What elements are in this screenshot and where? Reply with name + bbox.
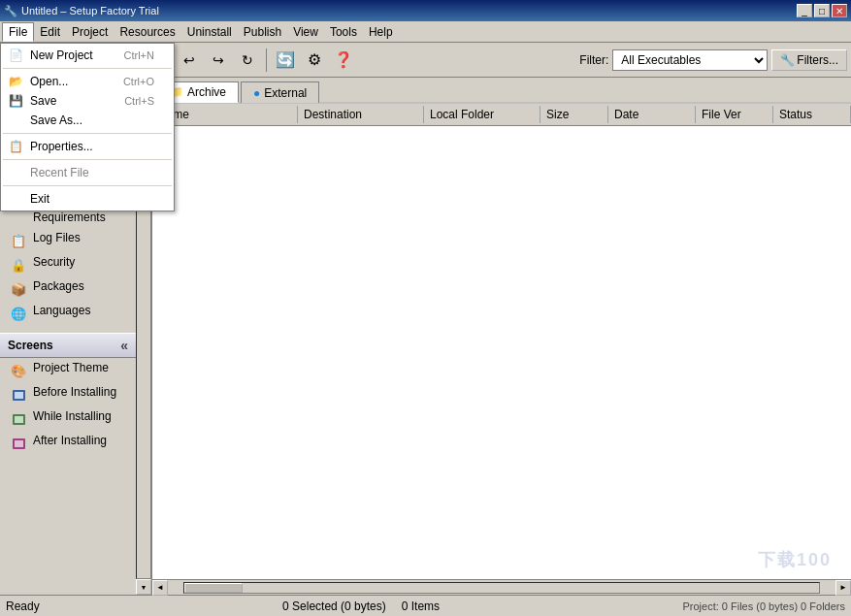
redo-icon: ↪ (213, 52, 224, 68)
th-destination[interactable]: Destination (298, 106, 424, 123)
sidebar-item-while-installing[interactable]: While Installing (0, 406, 136, 431)
separator-3 (3, 159, 172, 160)
menu-resources[interactable]: Resources (114, 23, 180, 41)
menu-tools[interactable]: Tools (324, 23, 363, 41)
undo-icon: ↩ (183, 52, 195, 68)
window-title: Untitled – Setup Factory Trial (21, 5, 159, 16)
menu-new-project[interactable]: 📄 New Project Ctrl+N (1, 46, 174, 65)
title-bar: 🔧 Untitled – Setup Factory Trial _ □ ✕ (0, 0, 851, 21)
menu-properties[interactable]: 📋 Properties... (1, 137, 174, 156)
th-file-ver[interactable]: File Ver (696, 106, 773, 123)
sidebar-item-packages[interactable]: 📦 Packages (0, 276, 136, 301)
filters-button[interactable]: 🔧 Filters... (771, 49, 847, 71)
file-dropdown: 📄 New Project Ctrl+N 📂 Open... Ctrl+O 💾 … (0, 43, 175, 211)
menu-publish[interactable]: Publish (238, 23, 287, 41)
sidebar-item-project-theme[interactable]: 🎨 Project Theme (0, 358, 136, 382)
tab-external[interactable]: ● External (241, 81, 319, 103)
exit-icon (7, 191, 24, 207)
th-size[interactable]: Size (540, 106, 608, 123)
sidebar-item-security[interactable]: 🔒 Security (0, 252, 136, 276)
security-icon: 🔒 (10, 256, 27, 274)
watermark: 下载100 (758, 548, 832, 571)
menu-save-as[interactable]: Save As... (1, 111, 174, 130)
save-icon: 💾 (7, 93, 24, 109)
menu-view[interactable]: View (287, 23, 324, 41)
menu-project[interactable]: Project (66, 23, 114, 41)
status-project-info: Project: 0 Files (0 bytes) 0 Folders (682, 600, 845, 612)
before-installing-icon (10, 386, 27, 404)
th-local-folder[interactable]: Local Folder (424, 106, 540, 123)
toolbar-separator-4 (266, 49, 267, 72)
external-tab-icon: ● (253, 86, 260, 100)
th-date[interactable]: Date (608, 106, 696, 123)
languages-icon: 🌐 (10, 305, 27, 322)
refresh-icon: 🔄 (276, 50, 295, 69)
log-files-icon: 📋 (10, 232, 27, 249)
project-theme-icon: 🎨 (10, 362, 27, 379)
help-icon: ❓ (334, 50, 353, 69)
status-selection: 0 Selected (0 bytes) (282, 600, 386, 613)
table-header: Name Destination Local Folder Size Date … (152, 104, 851, 126)
status-center: 0 Selected (0 bytes) 0 Items (282, 600, 440, 613)
menu-help[interactable]: Help (363, 23, 399, 41)
menu-bar: File Edit Project Resources Uninstall Pu… (0, 21, 851, 43)
menu-recent-file: Recent File (1, 163, 174, 182)
save-as-icon (7, 113, 24, 128)
new-project-icon: 📄 (7, 48, 24, 63)
h-scroll-right[interactable]: ► (835, 580, 851, 596)
sidebar-section-screens: Screens « (0, 333, 136, 358)
sidebar-item-before-installing[interactable]: Before Installing (0, 382, 136, 406)
after-installing-icon (10, 435, 27, 452)
toolbar-redo-button[interactable]: ↪ (205, 47, 232, 74)
status-bar: Ready 0 Selected (0 bytes) 0 Items Proje… (0, 595, 851, 616)
separator-4 (3, 185, 172, 186)
filter-select[interactable]: All Executables All Files Executables On… (612, 49, 768, 71)
maximize-button[interactable]: □ (814, 4, 830, 17)
status-items: 0 Items (402, 600, 440, 613)
recent-icon (7, 165, 24, 180)
tab-bar: 📁 Archive ● External (152, 78, 851, 104)
menu-save[interactable]: 💾 Save Ctrl+S (1, 91, 174, 111)
open-icon: 📂 (7, 74, 24, 89)
separator-1 (3, 68, 172, 69)
sidebar-item-after-installing[interactable]: After Installing (0, 431, 136, 455)
toolbar-settings-button[interactable]: ⚙ (301, 47, 328, 74)
sidebar-scroll-down[interactable]: ▼ (136, 579, 151, 595)
h-scroll-area: ◄ ► (152, 579, 851, 595)
minimize-button[interactable]: _ (797, 4, 812, 17)
menu-uninstall[interactable]: Uninstall (181, 23, 238, 41)
packages-icon: 📦 (10, 280, 27, 298)
h-scroll-left[interactable]: ◄ (152, 580, 168, 596)
properties-icon: 📋 (7, 139, 24, 154)
while-installing-icon (10, 410, 27, 428)
close-button[interactable]: ✕ (832, 4, 847, 17)
h-scroll-thumb[interactable] (184, 583, 243, 593)
screens-collapse-btn[interactable]: « (120, 338, 128, 353)
filter-label: Filter: (579, 53, 608, 67)
menu-open[interactable]: 📂 Open... Ctrl+O (1, 72, 174, 91)
settings-icon: ⚙ (308, 50, 321, 69)
separator-2 (3, 133, 172, 134)
th-status[interactable]: Status (773, 106, 851, 123)
toolbar-redo2-button[interactable]: ↻ (234, 47, 261, 74)
menu-file[interactable]: File (2, 22, 34, 42)
status-ready: Ready (6, 600, 40, 613)
toolbar-undo-button[interactable]: ↩ (176, 47, 203, 74)
table-body: 下载100 (152, 126, 851, 579)
menu-edit[interactable]: Edit (34, 23, 66, 41)
toolbar-help-button[interactable]: ❓ (330, 47, 357, 74)
app-icon: 🔧 (4, 5, 17, 17)
filters-icon: 🔧 (780, 53, 795, 67)
sidebar-item-languages[interactable]: 🌐 Languages (0, 301, 136, 325)
content-area: 📁 Archive ● External Name Destination Lo… (152, 78, 851, 595)
sidebar-item-log-files[interactable]: 📋 Log Files (0, 228, 136, 252)
filter-area: Filter: All Executables All Files Execut… (579, 49, 847, 71)
h-scrollbar-track[interactable] (183, 582, 820, 594)
redo2-icon: ↻ (242, 52, 253, 68)
menu-exit[interactable]: Exit (1, 189, 174, 209)
toolbar-refresh-button[interactable]: 🔄 (272, 47, 299, 74)
